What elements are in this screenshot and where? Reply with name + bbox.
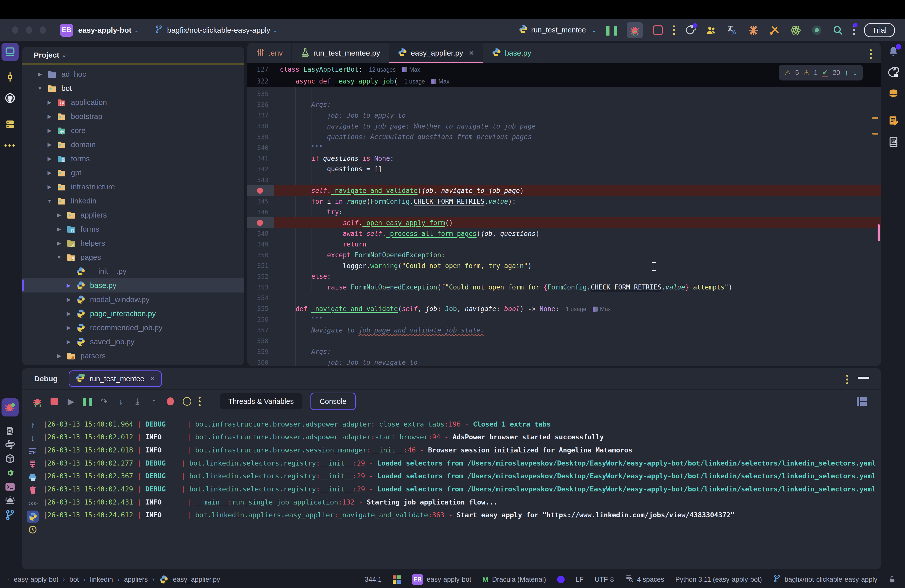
warning-stripe-mark[interactable] bbox=[872, 117, 878, 119]
status-line-ending[interactable]: LF bbox=[576, 576, 584, 583]
editor-tab-run-test-mentee-py[interactable]: run_test_mentee.py bbox=[292, 43, 389, 64]
status-color-dot[interactable] bbox=[557, 576, 565, 583]
status-branch[interactable]: bagfix/not-clickable-easy-apply bbox=[773, 574, 877, 585]
tree-item-bootstrap[interactable]: ▶bootstrap bbox=[22, 110, 245, 124]
breadcrumb-item[interactable]: appliers bbox=[124, 576, 148, 583]
tree-item-parsers[interactable]: ▶#parsers bbox=[22, 349, 245, 363]
clear-console-icon[interactable] bbox=[26, 484, 39, 497]
commit-tool-icon[interactable] bbox=[2, 68, 19, 86]
pause-button[interactable]: ❚❚ bbox=[606, 24, 618, 36]
window-grid-icon[interactable] bbox=[393, 575, 401, 584]
tree-item-domain[interactable]: ▶domain bbox=[22, 138, 245, 152]
tree-item-ad-hoc[interactable]: ▶ad_hoc bbox=[22, 67, 245, 81]
expand-arrow-icon[interactable]: ▶ bbox=[37, 71, 43, 77]
python-console-icon[interactable] bbox=[26, 510, 39, 523]
expand-arrow-icon[interactable]: ▶ bbox=[56, 226, 62, 232]
code-line-355[interactable]: 355 def _navigate_and_validate(self, job… bbox=[248, 303, 881, 314]
down-stack-icon[interactable]: ↓ bbox=[26, 432, 39, 445]
collaboration-icon[interactable] bbox=[705, 24, 717, 36]
starburst-plugin-icon[interactable] bbox=[747, 24, 759, 36]
code-line-353[interactable]: 353 raise FormNotOpenedException(f"Could… bbox=[248, 282, 881, 293]
layout-settings-icon[interactable] bbox=[857, 397, 867, 406]
status-indent[interactable]: 4 spaces bbox=[625, 574, 664, 585]
code-vision-usages[interactable]: 12 usages bbox=[369, 67, 396, 73]
more-tools-icon[interactable]: ••• bbox=[2, 136, 19, 154]
expand-arrow-icon[interactable]: ▶ bbox=[56, 212, 62, 218]
notifications-icon[interactable] bbox=[885, 43, 902, 61]
tree-item-linkedin[interactable]: ▼linkedin bbox=[22, 194, 245, 208]
rerun-debug-button[interactable] bbox=[31, 395, 44, 408]
expand-arrow-icon[interactable]: ▶ bbox=[46, 113, 53, 119]
debug-button[interactable] bbox=[627, 22, 643, 38]
ai-assistant-tool-icon[interactable] bbox=[885, 64, 902, 82]
tree-item-infrastructure[interactable]: ▶infrastructure bbox=[22, 180, 245, 194]
expand-arrow-icon[interactable]: ▶ bbox=[65, 297, 72, 302]
project-panel-header[interactable]: Project⌄ bbox=[22, 47, 245, 64]
code-vision-usages[interactable]: 1 usage bbox=[566, 306, 586, 312]
force-step-into-icon[interactable]: ⤓ bbox=[131, 395, 144, 408]
next-problem-icon[interactable]: ↓ bbox=[853, 68, 857, 77]
resume-button[interactable]: ▶ bbox=[64, 395, 78, 408]
expand-arrow-icon[interactable]: ▶ bbox=[46, 127, 53, 133]
breakpoint-icon[interactable] bbox=[257, 188, 263, 194]
database-tool-icon[interactable] bbox=[885, 85, 902, 103]
documentation-tool-icon[interactable]: A bbox=[885, 133, 902, 151]
code-line-335[interactable]: 335 bbox=[248, 89, 881, 99]
code-vision-author[interactable]: Max bbox=[438, 78, 449, 85]
expand-arrow-icon[interactable]: ▶ bbox=[56, 240, 62, 246]
tree-item-bot[interactable]: ▼bot bbox=[22, 81, 245, 95]
warning-stripe-mark[interactable] bbox=[872, 133, 878, 135]
record-plugin-icon[interactable] bbox=[811, 24, 823, 36]
expand-arrow-icon[interactable]: ▶ bbox=[46, 141, 53, 148]
code-line-339[interactable]: 339 questions: Accumulated questions fro… bbox=[248, 132, 881, 142]
tab-options-icon[interactable] bbox=[870, 49, 872, 59]
expand-arrow-icon[interactable]: ▶ bbox=[65, 283, 72, 288]
step-into-icon[interactable]: ↓ bbox=[114, 395, 127, 408]
status-project[interactable]: EB easy-apply-bot bbox=[412, 574, 471, 585]
debug-console[interactable]: ↑↓>>> |26-03-13 15:40:01.964|DEBUG|bot.i… bbox=[22, 413, 881, 569]
debug-options-icon[interactable] bbox=[846, 375, 848, 384]
breadcrumb-item[interactable]: linkedin bbox=[90, 576, 113, 583]
code-line-344[interactable]: self._navigate_and_validate(job, navigat… bbox=[248, 185, 881, 196]
code-line-359[interactable]: 359 Args: bbox=[248, 346, 881, 357]
code-line-342[interactable]: 342 questions = [] bbox=[248, 164, 881, 175]
hide-panel-button[interactable] bbox=[858, 377, 869, 379]
scroll-to-end-icon[interactable] bbox=[26, 458, 39, 471]
run-options-menu-icon[interactable] bbox=[673, 25, 675, 35]
prev-problem-icon[interactable]: ↑ bbox=[845, 68, 848, 77]
breadcrumb[interactable]: ·easy-apply-bot›bot›linkedin›appliers›ea… bbox=[7, 575, 220, 584]
tab-console[interactable]: Console bbox=[310, 393, 356, 410]
code-line-360[interactable]: 360 job: Job to navigate to bbox=[248, 357, 881, 366]
expand-arrow-icon[interactable]: ▶ bbox=[46, 156, 53, 162]
code-line-340[interactable]: 340 """ bbox=[248, 142, 881, 153]
lock-icon[interactable] bbox=[888, 575, 896, 584]
code-line-350[interactable]: 350 except FormNotOpenedException: bbox=[248, 250, 881, 261]
evaluate-expression-icon[interactable] bbox=[181, 395, 194, 408]
tree-item-forms[interactable]: ▶forms bbox=[22, 152, 245, 166]
code-line-345[interactable]: 345 for i in range(FormConfig.CHECK_FORM… bbox=[248, 196, 881, 207]
code-line-356[interactable]: 356 """ bbox=[248, 314, 881, 325]
tree-item--init-py[interactable]: __init__.py bbox=[22, 264, 245, 278]
run-configuration-selector[interactable]: run_test_mentee ⌄ bbox=[519, 24, 597, 36]
collapse-arrow-icon[interactable]: ▼ bbox=[37, 85, 43, 91]
editor-tab-easy-applier-py[interactable]: easy_applier.py✕ bbox=[389, 43, 483, 64]
collapse-arrow-icon[interactable]: ▼ bbox=[46, 198, 53, 204]
tree-item-gpt[interactable]: ▶gpt bbox=[22, 166, 245, 180]
breakpoint-icon[interactable] bbox=[257, 220, 263, 226]
stop-button[interactable] bbox=[48, 395, 61, 408]
search-everywhere-icon[interactable] bbox=[832, 24, 844, 36]
debug-session-tab[interactable]: run_test_mentee ✕ bbox=[68, 370, 162, 387]
status-interpreter[interactable]: Python 3.11 (easy-apply-bot) bbox=[675, 576, 762, 583]
expand-arrow-icon[interactable]: ▶ bbox=[56, 353, 62, 359]
history-icon[interactable] bbox=[26, 523, 39, 536]
atom-plugin-icon[interactable] bbox=[790, 24, 802, 36]
window-controls[interactable] bbox=[12, 26, 46, 34]
status-encoding[interactable]: UTF-8 bbox=[595, 576, 614, 583]
tree-item-core[interactable]: ▶core bbox=[22, 124, 245, 138]
expand-arrow-icon[interactable]: ▶ bbox=[46, 99, 53, 105]
code-vision-usages[interactable]: 1 usage bbox=[404, 78, 425, 85]
editor-scrollbar-thumb[interactable] bbox=[878, 224, 880, 241]
breadcrumb-item[interactable]: easy-apply-bot bbox=[14, 576, 58, 583]
soft-wrap-icon[interactable] bbox=[26, 445, 39, 458]
breadcrumb-item[interactable]: bot bbox=[69, 576, 79, 583]
